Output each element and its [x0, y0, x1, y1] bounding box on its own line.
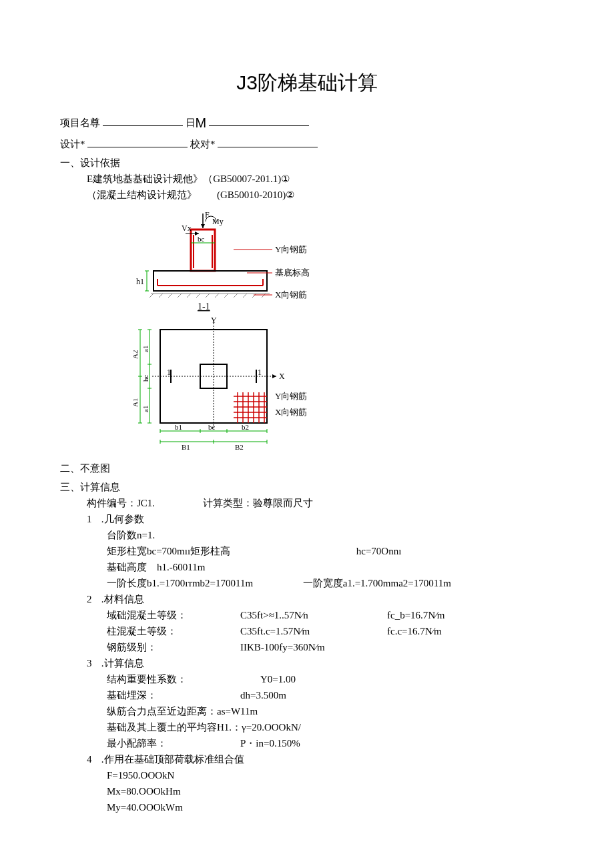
g1-title: .几何参数	[101, 514, 144, 524]
g4-num: 4	[87, 751, 99, 767]
label-x-rebar2: X向钢筋	[275, 407, 307, 417]
g3-title: .计算信息	[101, 658, 144, 669]
g2-r1: 域础混凝土等级： C35ft>≈1..57N∕n fc_b=16.7N∕m	[60, 607, 554, 623]
force-f-arrow	[201, 224, 205, 228]
g2-r1b: C35ft>≈1..57N∕n	[240, 607, 387, 623]
diagram-container: F My Vx bc h1 Y向钢筋 基底标高 X向钢筋 1-1 Y	[133, 209, 320, 456]
g2-r2a: 柱混凝土等级：	[107, 623, 240, 639]
label-a1low2: a1	[141, 406, 149, 412]
label-b1cap: B1	[182, 443, 190, 451]
label-vx: Vx	[182, 224, 192, 233]
svg-line-2	[159, 294, 163, 298]
sec1-line2: （混凝土结构设计规范》 (GB50010-2010)②	[60, 187, 554, 203]
check-label: 校对*	[190, 136, 216, 152]
sec1-line1: E建筑地基基础设计规他》（GB50007-201.1)①	[60, 171, 554, 187]
g1-l2b: hc=70Onnı	[356, 546, 402, 556]
label-b1: b1	[175, 423, 182, 431]
svg-line-4	[178, 294, 182, 298]
label-y-rebar: Y向钢筋	[275, 244, 307, 254]
g4-l1: F=1950.OOOkN	[60, 767, 554, 783]
design-label: 设计*	[60, 136, 85, 152]
label-a1cap: A1	[133, 398, 139, 407]
section-2: 二、不意图	[60, 460, 554, 476]
foundation-diagram: F My Vx bc h1 Y向钢筋 基底标高 X向钢筋 1-1 Y	[133, 209, 320, 456]
label-a1low: a1	[141, 346, 149, 352]
g2-num: 2	[87, 591, 99, 607]
svg-line-7	[206, 294, 210, 298]
svg-line-6	[196, 294, 200, 298]
g3-r2a: 基础埋深：	[107, 687, 240, 703]
comp-b: 计算类型：验尊限而尺寸	[203, 498, 313, 508]
sec3-heading: 三、计算信息	[60, 479, 554, 495]
g1-num: 1	[87, 511, 99, 527]
sec2-heading: 二、不意图	[60, 460, 554, 476]
label-b2: b2	[242, 423, 249, 431]
g2-r2b: C35ft.c=1.57N∕m	[240, 623, 387, 639]
slab-rect	[154, 271, 267, 291]
label-x-rebar: X向钢筋	[275, 290, 307, 300]
g3-r5: 最小配篩率： P・in=0.150%	[60, 735, 554, 751]
component-line: 构件编号：JC1. 计算类型：验尊限而尺寸	[60, 495, 554, 511]
g2-r1c: fc_b=16.7N∕m	[387, 607, 507, 623]
g1-head: 1 .几何参数	[60, 511, 554, 527]
m-glyph: M	[196, 115, 207, 130]
g3-r3: 纵筋合力点至近边距离：as=W11m	[60, 703, 554, 719]
slab-rebar-hook	[158, 279, 263, 286]
g2-r3a: 钢筋级别：	[107, 639, 240, 655]
g2-r3b: IIKB-100fy=360N∕m	[240, 639, 387, 655]
sec1-heading: 一、设计依据	[60, 155, 554, 171]
design-blank	[87, 137, 188, 147]
svg-line-9	[224, 294, 228, 298]
ground-hatch	[149, 294, 270, 298]
svg-line-11	[243, 294, 247, 298]
label-one-right: 1	[258, 368, 262, 377]
g2-head: 2 .材料信息	[60, 591, 554, 607]
label-hc: hc	[141, 375, 149, 382]
label-b2cap: B2	[235, 443, 244, 451]
comp-a: 构件编号：JC1.	[87, 495, 200, 511]
svg-line-13	[262, 294, 266, 298]
g3-r2: 基础埋深： dh=3.500m	[60, 687, 554, 703]
label-base: 基底标高	[275, 268, 310, 278]
g2-r2: 柱混凝土等级： C35ft.c=1.57N∕m fc.c=16.7N∕m	[60, 623, 554, 639]
g1-l3: 基础高度 h1.-60011m	[60, 559, 554, 575]
g3-r5b: P・in=0.150%	[240, 735, 300, 751]
plan-rebar-grid	[234, 392, 267, 423]
label-a2cap: A2	[133, 350, 139, 359]
label-bc-bot: bc	[208, 423, 216, 431]
label-bc-top: bc	[198, 235, 205, 243]
svg-line-5	[187, 294, 191, 298]
label-my: My	[212, 217, 224, 226]
label-h1: h1	[136, 277, 144, 286]
g2-title: .材料信息	[101, 594, 144, 604]
g1-l2: 矩形柱宽bc=700mıı矩形柱高 hc=70Onnı	[60, 543, 554, 559]
x-axis-arrow	[272, 374, 276, 378]
g4-head: 4 .作用在基础顶部荷载标准组合值	[60, 751, 554, 767]
date-blank	[209, 116, 309, 126]
project-label: 项目名尊	[60, 115, 100, 131]
g4-l3: My=40.OOOkWm	[60, 799, 554, 815]
g2-r2c: fc.c=16.7N∕m	[387, 623, 507, 639]
svg-line-1	[149, 294, 154, 298]
g1-l4b: 一阶宽度a1.=1.700mma2=170011m	[303, 578, 451, 588]
svg-line-10	[234, 294, 238, 298]
g3-r1a: 结构重要性系数：	[107, 671, 260, 687]
section-3: 三、计算信息 构件编号：JC1. 计算类型：验尊限而尺寸 1 .几何参数 台阶数…	[60, 479, 554, 815]
g3-num: 3	[87, 655, 99, 671]
project-blank	[103, 116, 183, 126]
title-prefix: J3	[236, 71, 258, 93]
h-dims	[160, 429, 267, 444]
page-title: J3阶梯基础计算	[60, 67, 554, 99]
g1-l2a: 矩形柱宽bc=700mıı矩形柱高	[107, 543, 354, 559]
g3-r5a: 最小配篩率：	[107, 735, 240, 751]
meta-row-2: 设计* 校对*	[60, 136, 554, 152]
g3-head: 3 .计算信息	[60, 655, 554, 671]
g1-l4: 一阶长度b1.=1700ıтmb2=170011m 一阶宽度a1.=1.700m…	[60, 575, 554, 591]
g4-title: .作用在基础顶部荷载标准组合值	[101, 754, 244, 765]
section-1: 一、设计依据 E建筑地基基础设计规他》（GB50007-201.1)① （混凝土…	[60, 155, 554, 203]
svg-line-3	[168, 294, 172, 298]
title-rest: 阶梯基础计算	[258, 71, 378, 93]
label-sec11: 1-1	[198, 302, 210, 312]
label-x-axis: X	[279, 372, 285, 381]
g2-r1a: 域础混凝土等级：	[107, 607, 240, 623]
